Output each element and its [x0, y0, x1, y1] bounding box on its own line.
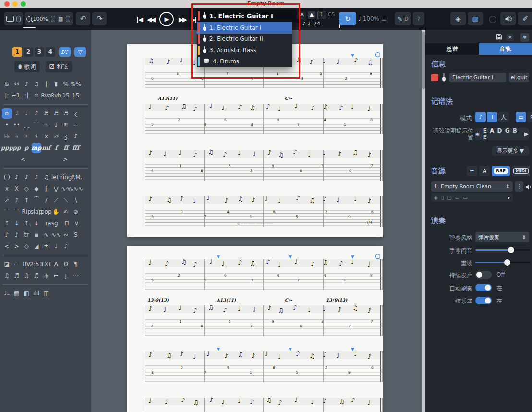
- right-hand-tap-icon[interactable]: ✍: [61, 206, 71, 217]
- metronome-on-icon[interactable]: ▲: [308, 11, 315, 19]
- wave-icon[interactable]: ∿: [41, 230, 51, 240]
- slide-in-above-icon[interactable]: ⟍: [61, 195, 71, 206]
- detach-panel-button[interactable]: ❖: [520, 33, 529, 42]
- staccato-icon[interactable]: ♪: [12, 172, 22, 182]
- track-speaker-icon[interactable]: [525, 182, 532, 192]
- fingering-icon[interactable]: ⊚: [71, 206, 81, 217]
- show-more-button[interactable]: 显示更多 ▼: [492, 146, 529, 156]
- tuning-selector[interactable]: ◉ E A D G B E ▶: [475, 128, 529, 140]
- pp-button[interactable]: pp: [12, 143, 22, 153]
- half-note-button[interactable]: ♩: [12, 108, 22, 119]
- key-signature-icon[interactable]: ♯♯: [12, 79, 22, 89]
- score-page-1[interactable]: ♫♪♩♩♪♫♪♩♩♪♫♪♩♩♪♫▼▼▼6307418529♩♪♫♪♩♩♪♫♪♩♩…: [127, 44, 383, 237]
- flat-icon[interactable]: ♭: [12, 131, 22, 142]
- wide-vibrato-icon[interactable]: ∿∿∿: [71, 183, 81, 194]
- note-down-icon[interactable]: ♪: [61, 241, 71, 252]
- legato-slide-icon[interactable]: ⁀: [32, 195, 42, 206]
- music-system[interactable]: ♩♩♪♫♪♩♩♪♫♪♩♩♪♫♪♩2963074185: [145, 391, 383, 412]
- rest-button[interactable]: ɀ: [71, 108, 81, 119]
- quarter-tone-icon[interactable]: ʒ: [61, 131, 71, 142]
- free-text-icon[interactable]: ◪: [2, 259, 12, 269]
- undo-button[interactable]: ↶: [76, 12, 90, 25]
- sixteenth-note-button[interactable]: ♬: [41, 108, 51, 119]
- double-dot-icon[interactable]: ••: [12, 120, 22, 130]
- fermata-icon[interactable]: ⌢: [71, 120, 81, 130]
- volta-icon[interactable]: ⌐1.: [12, 90, 22, 101]
- coda-icon[interactable]: ⊖: [32, 90, 42, 101]
- chord-wheel-button[interactable]: ◯: [485, 12, 500, 25]
- slur-icon[interactable]: ⌒: [32, 120, 42, 130]
- harmonic-icon[interactable]: ◇: [22, 183, 32, 194]
- score-scrollbar[interactable]: [422, 30, 425, 412]
- sound-options-button[interactable]: ⋮: [515, 181, 523, 192]
- ottava-8va-icon[interactable]: 8va: [41, 90, 51, 101]
- slap-icon[interactable]: slap: [32, 206, 42, 217]
- sharp-icon[interactable]: ♯: [32, 131, 42, 142]
- quindicesima-15ma-icon[interactable]: 15: [61, 90, 71, 101]
- save-preset-button[interactable]: [496, 33, 502, 42]
- slash-mode-button[interactable]: 人: [498, 112, 509, 122]
- fast-forward-button[interactable]: ▶▶: [179, 16, 186, 23]
- slur-up-icon[interactable]: ⌐: [51, 270, 61, 281]
- effect-chain-bar[interactable]: ◈ ▯ ▢ ▭ ▭ ▾: [431, 193, 513, 202]
- chords-button[interactable]: ⚂和弦: [46, 61, 72, 72]
- help-stepper-button[interactable]: ?: [413, 12, 424, 25]
- metronome-icon[interactable]: Δ: [298, 11, 306, 19]
- pencil-tool-button[interactable]: ✎ D: [395, 12, 411, 25]
- strings-toggle[interactable]: [475, 297, 492, 304]
- music-system[interactable]: ♪♩♩♪♫♪♩♩♪♫♪♩♩♪♫♪418529630713♭9(13)A13(11…: [145, 299, 383, 342]
- let-ring-icon[interactable]: let ring: [51, 172, 72, 182]
- display-mode-button[interactable]: [4, 12, 23, 25]
- slur-down-icon[interactable]: ϳ: [61, 270, 71, 281]
- timestamp-icon[interactable]: 2:51: [32, 259, 42, 269]
- whammy-bar-icon[interactable]: ⋁: [51, 183, 61, 194]
- arpeggio-up-icon[interactable]: ⇞: [22, 218, 32, 229]
- pick-down-icon[interactable]: ⊓: [62, 218, 72, 229]
- thirtysecond-note-button[interactable]: ♬: [51, 108, 61, 119]
- grace-on-beat-icon[interactable]: ♪: [12, 230, 22, 240]
- chord-tool-icon[interactable]: ▦: [12, 288, 22, 299]
- track-name-field[interactable]: Electric Guitar I: [449, 73, 506, 82]
- panel-tab-track[interactable]: 音轨: [479, 43, 532, 55]
- slide-out-icon[interactable]: ∖: [71, 195, 81, 206]
- track-short-name-field[interactable]: el.guit: [509, 73, 529, 82]
- tuplet-bracket-icon[interactable]: ⫛: [41, 270, 51, 281]
- beam-left-icon[interactable]: ♫: [2, 270, 12, 281]
- voice-2-button[interactable]: 2: [24, 47, 33, 57]
- track-selector-header[interactable]: 1. Electric Guitar I: [197, 10, 297, 22]
- cross-head-icon[interactable]: X: [12, 183, 22, 194]
- lock-icon[interactable]: Ω: [61, 259, 71, 269]
- accent-lt-icon[interactable]: <: [2, 241, 12, 252]
- dot-icon[interactable]: •: [2, 120, 12, 130]
- letter-box-icon[interactable]: A: [51, 259, 61, 269]
- quarter-note-button[interactable]: ♩: [22, 108, 32, 119]
- double-flat-icon[interactable]: ♭♭: [2, 131, 12, 142]
- play-button[interactable]: ▶: [159, 12, 174, 26]
- ghost-note-icon[interactable]: ( ): [2, 172, 12, 182]
- fff-button[interactable]: fff: [71, 143, 81, 153]
- zoom-control[interactable]: 100% ▦: [25, 12, 73, 25]
- let-ring-marks-icon[interactable]: ꞏꞏꞏ: [41, 120, 51, 130]
- accent-note-icon[interactable]: ♪: [22, 172, 32, 182]
- rewind-button[interactable]: ◀◀: [147, 16, 155, 23]
- eighth-note-button[interactable]: ♪: [32, 108, 42, 119]
- music-system[interactable]: ♪♫♪♩♩♪♫♪♩♩♪♫♪♩♩♪3074185296: [145, 189, 383, 232]
- autostrum-toggle[interactable]: [475, 284, 492, 291]
- track-menu-item-4[interactable]: 4. Drums: [197, 56, 292, 68]
- wave2-icon[interactable]: ∿∿: [51, 230, 61, 240]
- tied-notes-icon[interactable]: ♫: [41, 172, 51, 182]
- slide-in-below-icon[interactable]: ⟋: [51, 195, 61, 206]
- beam-both-icon[interactable]: ♬: [12, 270, 22, 281]
- rip-icon[interactable]: Rip: [22, 206, 32, 217]
- lyrics-button[interactable]: ⬮歌词: [14, 61, 40, 72]
- ff-button[interactable]: ff: [61, 143, 71, 153]
- tempo-label[interactable]: ♩· 74: [308, 21, 320, 27]
- speed-stepper-icon[interactable]: ≡: [381, 16, 387, 22]
- pop-icon[interactable]: pop: [41, 206, 51, 217]
- track-color-swatch[interactable]: [431, 74, 438, 81]
- left-hand-tap-icon[interactable]: ✋: [51, 206, 61, 217]
- zoom-stepper[interactable]: [51, 16, 55, 22]
- barline-tool-icon[interactable]: ⌐: [12, 259, 22, 269]
- soundbank-select[interactable]: 1. Empty Room Clean⇕: [431, 181, 513, 192]
- layout-stepper[interactable]: [66, 16, 70, 22]
